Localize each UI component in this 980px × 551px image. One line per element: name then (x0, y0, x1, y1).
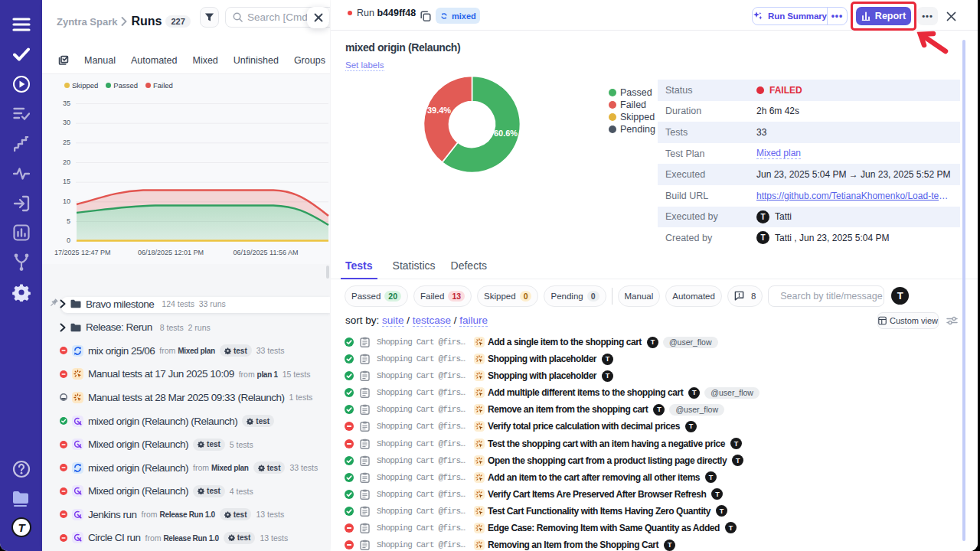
svg-text:60.6%: 60.6% (494, 129, 518, 138)
svg-text:39.4%: 39.4% (427, 106, 451, 115)
